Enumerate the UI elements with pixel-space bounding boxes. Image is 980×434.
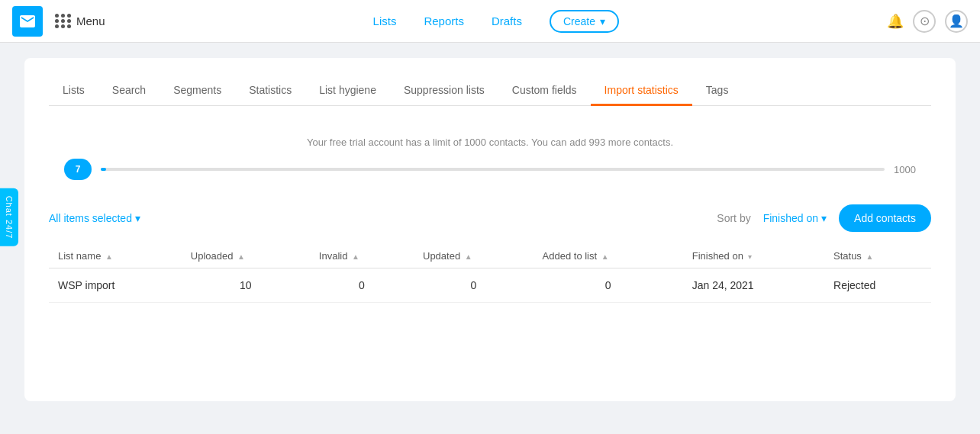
cell-uploaded: 10 xyxy=(182,268,310,303)
col-list-name[interactable]: List name ▲ xyxy=(49,244,182,268)
tab-suppression-lists[interactable]: Suppression lists xyxy=(390,76,498,106)
slider-fill xyxy=(101,168,106,171)
main-wrapper: Lists Search Segments Statistics List hy… xyxy=(0,43,980,434)
menu-button[interactable]: Menu xyxy=(55,14,105,28)
col-status[interactable]: Status ▲ xyxy=(824,244,931,268)
table-body: WSP import 10 0 0 0 Jan 24, 2021 Rejecte… xyxy=(49,268,931,303)
cell-updated: 0 xyxy=(414,268,534,303)
tab-custom-fields[interactable]: Custom fields xyxy=(498,76,591,106)
user-icon[interactable]: 👤 xyxy=(945,10,968,33)
all-items-selected-dropdown[interactable]: All items selected ▾ xyxy=(49,212,140,224)
all-items-chevron-icon: ▾ xyxy=(135,212,140,224)
cell-status: Rejected xyxy=(824,268,931,303)
menu-label: Menu xyxy=(76,14,105,27)
sort-field-dropdown[interactable]: Finished on ▾ xyxy=(763,212,827,224)
slider-track[interactable] xyxy=(101,168,885,171)
topnav-links: Lists Reports Drafts Create ▾ xyxy=(118,10,875,33)
chat-sidebar[interactable]: Chat 24/7 xyxy=(0,188,18,246)
slider-current-value: 7 xyxy=(76,164,81,175)
nav-drafts[interactable]: Drafts xyxy=(492,14,522,27)
cell-finished-on: Jan 24, 2021 xyxy=(683,268,824,303)
sort-field-chevron-icon: ▾ xyxy=(821,212,827,224)
nav-reports[interactable]: Reports xyxy=(424,14,464,27)
import-statistics-table: List name ▲ Uploaded ▲ Invalid ▲ Updated… xyxy=(49,244,931,303)
table-row: WSP import 10 0 0 0 Jan 24, 2021 Rejecte… xyxy=(49,268,931,303)
cell-invalid: 0 xyxy=(310,268,414,303)
col-added-to-list-sort-icon: ▲ xyxy=(601,252,609,261)
col-invalid[interactable]: Invalid ▲ xyxy=(310,244,414,268)
col-status-sort-icon: ▲ xyxy=(866,252,874,261)
create-label: Create xyxy=(563,15,595,27)
topnav-user-icons: 🔔 ⊙ 👤 xyxy=(887,10,968,33)
tab-segments[interactable]: Segments xyxy=(160,76,235,106)
top-navigation: Menu Lists Reports Drafts Create ▾ 🔔 ⊙ 👤 xyxy=(0,0,980,43)
col-finished-on-sort-icon: ▾ xyxy=(748,252,752,261)
slider-container: 7 1000 xyxy=(49,159,931,180)
tab-import-statistics[interactable]: Import statistics xyxy=(591,76,692,106)
settings-icon[interactable]: ⊙ xyxy=(913,10,936,33)
col-uploaded-sort-icon: ▲ xyxy=(237,252,245,261)
tab-search[interactable]: Search xyxy=(98,76,160,106)
add-contacts-button[interactable]: Add contacts xyxy=(839,204,931,232)
tabs-bar: Lists Search Segments Statistics List hy… xyxy=(49,76,931,106)
table-header-row: List name ▲ Uploaded ▲ Invalid ▲ Updated… xyxy=(49,244,931,268)
slider-max-value: 1000 xyxy=(894,164,916,175)
cell-added-to-list: 0 xyxy=(534,268,683,303)
tab-tags[interactable]: Tags xyxy=(692,76,743,106)
col-added-to-list[interactable]: Added to list ▲ xyxy=(534,244,683,268)
col-list-name-sort-icon: ▲ xyxy=(105,252,113,261)
cell-list-name: WSP import xyxy=(49,268,182,303)
tab-lists[interactable]: Lists xyxy=(49,76,98,106)
col-updated-sort-icon: ▲ xyxy=(465,252,472,261)
col-invalid-sort-icon: ▲ xyxy=(352,252,359,261)
actions-row: All items selected ▾ Sort by Finished on… xyxy=(49,204,931,232)
sort-section: Sort by Finished on ▾ Add contacts xyxy=(717,204,931,232)
sort-by-label: Sort by xyxy=(717,212,750,224)
tab-list-hygiene[interactable]: List hygiene xyxy=(305,76,390,106)
slider-section: Your free trial account has a limit of 1… xyxy=(49,124,931,198)
nav-lists[interactable]: Lists xyxy=(373,14,397,27)
create-chevron-icon: ▾ xyxy=(600,15,605,27)
col-updated[interactable]: Updated ▲ xyxy=(414,244,534,268)
chat-sidebar-label: Chat 24/7 xyxy=(5,195,14,239)
sort-field-label: Finished on xyxy=(763,212,818,224)
slider-thumb: 7 xyxy=(64,159,92,180)
all-items-label: All items selected xyxy=(49,212,132,224)
create-button[interactable]: Create ▾ xyxy=(550,10,619,33)
notifications-icon[interactable]: 🔔 xyxy=(887,13,904,30)
col-finished-on[interactable]: Finished on ▾ xyxy=(683,244,824,268)
col-uploaded[interactable]: Uploaded ▲ xyxy=(182,244,310,268)
app-logo[interactable] xyxy=(12,6,43,37)
tab-statistics[interactable]: Statistics xyxy=(235,76,305,106)
menu-dots-icon xyxy=(55,14,72,28)
content-card: Lists Search Segments Statistics List hy… xyxy=(24,58,956,401)
slider-info-text: Your free trial account has a limit of 1… xyxy=(49,137,931,148)
